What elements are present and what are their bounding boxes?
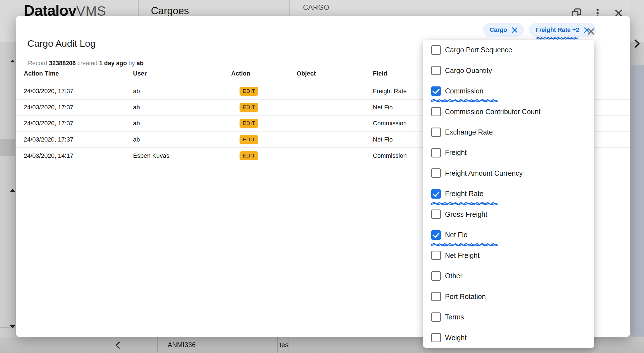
cell-user: ab <box>133 120 231 127</box>
option-label: Freight <box>445 149 467 157</box>
cell-action-time: 24/03/2020, 17:37 <box>24 120 133 127</box>
column-header: User <box>133 70 231 77</box>
dropdown-option-other[interactable]: Other <box>423 266 594 286</box>
checkbox[interactable] <box>431 66 441 75</box>
edit-badge: EDIT <box>240 103 258 112</box>
checkbox[interactable] <box>431 128 441 137</box>
edit-badge: EDIT <box>240 119 258 128</box>
dropdown-option-gross-freight[interactable]: Gross Freight <box>423 204 594 225</box>
cell-action-time: 24/03/2020, 17:37 <box>24 104 133 111</box>
cell-action: EDIT <box>231 151 297 160</box>
dropdown-option-weight[interactable]: Weight <box>423 327 594 348</box>
dropdown-option-cargo-quantity[interactable]: Cargo Quantity <box>423 60 594 81</box>
option-label: Weight <box>445 334 467 342</box>
column-header: Action Time <box>24 70 133 77</box>
dropdown-option-commission[interactable]: Commission <box>423 81 594 101</box>
checkbox[interactable] <box>431 107 441 116</box>
cell-action: EDIT <box>231 87 297 96</box>
cell-action-time: 24/03/2020, 14:17 <box>24 152 133 159</box>
checkbox[interactable] <box>431 292 441 301</box>
option-label: Cargo Quantity <box>445 67 492 75</box>
checkbox[interactable] <box>431 148 441 157</box>
cell-user: ab <box>133 136 231 143</box>
column-header: Object <box>297 70 373 77</box>
cell-user: Espen Kuvås <box>133 152 231 159</box>
filter-chip-cargo[interactable]: Cargo <box>483 23 524 37</box>
checkbox[interactable] <box>431 230 441 240</box>
cell-action-time: 24/03/2020, 17:37 <box>24 88 133 95</box>
dropdown-option-freight-rate[interactable]: Freight Rate <box>423 183 594 204</box>
modal-title: Cargo Audit Log <box>27 38 96 49</box>
filter-chips: Cargo Freight Rate +2 <box>483 23 596 37</box>
dropdown-option-net-freight[interactable]: Net Freight <box>423 245 594 266</box>
option-label: Net Fio <box>445 231 468 239</box>
edit-badge: EDIT <box>240 135 258 144</box>
option-label: Cargo Port Sequence <box>445 46 512 54</box>
edit-badge: EDIT <box>240 87 258 96</box>
dropdown-option-cargo-port-sequence[interactable]: Cargo Port Sequence <box>423 40 594 60</box>
dropdown-option-freight-amount-currency[interactable]: Freight Amount Currency <box>423 163 594 183</box>
cell-user: ab <box>133 104 231 111</box>
option-label: Freight Amount Currency <box>445 169 523 177</box>
chip-remove-icon[interactable] <box>511 26 518 34</box>
option-label: Port Rotation <box>445 293 486 301</box>
chip-label: Cargo <box>490 27 507 34</box>
checkbox[interactable] <box>431 271 441 281</box>
screen: DatalovVMS Cargoes CARGO <box>0 0 644 353</box>
option-label: Gross Freight <box>445 210 487 218</box>
option-label: Commission <box>445 87 484 95</box>
close-icon[interactable] <box>585 25 597 37</box>
dropdown-option-terms[interactable]: Terms <box>423 307 594 327</box>
checkbox[interactable] <box>431 210 441 219</box>
column-header: Action <box>231 70 297 77</box>
cell-action-time: 24/03/2020, 17:37 <box>24 136 133 143</box>
checkbox[interactable] <box>431 86 441 96</box>
dropdown-option-freight[interactable]: Freight <box>423 142 594 163</box>
checkbox[interactable] <box>431 168 441 178</box>
option-label: Net Freight <box>445 251 480 260</box>
dropdown-option-net-fio[interactable]: Net Fio <box>423 225 594 245</box>
dropdown-option-commission-contributor-count[interactable]: Commission Contributor Count <box>423 101 594 122</box>
cell-user: ab <box>133 88 231 95</box>
field-filter-dropdown: Cargo Port Sequence Cargo Quantity Commi… <box>423 40 594 348</box>
chip-label: Freight Rate +2 <box>536 27 579 34</box>
scribble-underline <box>536 36 578 40</box>
option-label: Other <box>445 272 463 280</box>
cell-action: EDIT <box>231 103 297 112</box>
dropdown-option-exchange-rate[interactable]: Exchange Rate <box>423 122 594 142</box>
edit-badge: EDIT <box>240 151 258 160</box>
checkbox[interactable] <box>431 312 441 322</box>
checkbox[interactable] <box>431 45 441 55</box>
option-label: Freight Rate <box>445 190 484 198</box>
checkbox[interactable] <box>431 333 441 342</box>
option-label: Commission Contributor Count <box>445 108 541 116</box>
option-label: Exchange Rate <box>445 128 493 136</box>
cell-action: EDIT <box>231 119 297 128</box>
checkbox[interactable] <box>431 251 441 260</box>
cell-action: EDIT <box>231 135 297 144</box>
dropdown-option-port-rotation[interactable]: Port Rotation <box>423 286 594 307</box>
option-label: Terms <box>445 313 464 321</box>
checkbox[interactable] <box>431 189 441 199</box>
